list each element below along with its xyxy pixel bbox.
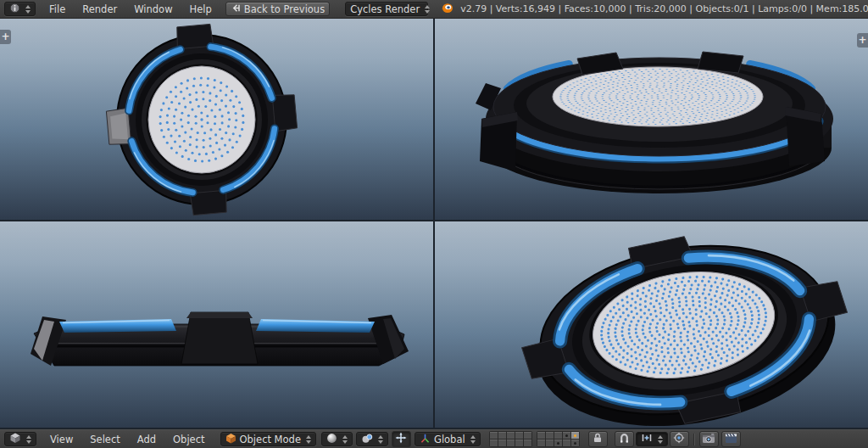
viewport-top-view[interactable] bbox=[0, 19, 433, 220]
active-layer-dot bbox=[574, 434, 576, 437]
layer-cell[interactable] bbox=[554, 440, 562, 446]
render-animation-button[interactable] bbox=[721, 431, 741, 447]
layer-object-dot bbox=[557, 442, 559, 445]
menu-window[interactable]: Window bbox=[125, 0, 181, 19]
stepper-arrows bbox=[26, 435, 31, 444]
scene-stats: v2.79 | Verts:16,949 | Faces:10,000 | Tr… bbox=[460, 3, 868, 14]
orientation-select[interactable]: Global bbox=[415, 432, 481, 446]
layer-cell[interactable] bbox=[563, 432, 570, 439]
scene-disc-front-perspective bbox=[435, 19, 868, 220]
clapperboard-icon bbox=[725, 433, 737, 446]
layer-cell[interactable] bbox=[498, 440, 506, 446]
menu-view[interactable]: View bbox=[42, 430, 81, 448]
layer-cell[interactable] bbox=[537, 432, 545, 439]
viewport-quad: + + bbox=[0, 19, 868, 429]
layer-cell[interactable] bbox=[524, 432, 531, 439]
editor-type-selector[interactable] bbox=[4, 432, 36, 446]
blender-logo-icon bbox=[440, 2, 453, 17]
scene-lock-icon bbox=[592, 432, 604, 446]
snap-target-button[interactable] bbox=[670, 431, 689, 447]
snap-target-icon bbox=[673, 432, 685, 446]
layer-cell[interactable] bbox=[498, 432, 506, 439]
layer-cell[interactable] bbox=[571, 440, 579, 446]
layer-cell[interactable] bbox=[546, 440, 554, 446]
camera-render-icon bbox=[702, 433, 715, 446]
scene-disc-top-view bbox=[0, 19, 433, 220]
snap-element-select[interactable] bbox=[636, 432, 668, 446]
toolshelf-expand-tab[interactable]: + bbox=[0, 30, 11, 44]
layer-cell[interactable] bbox=[571, 432, 579, 439]
scene-disc-side-view bbox=[0, 221, 433, 428]
menu-render[interactable]: Render bbox=[74, 0, 125, 19]
stepper-arrows bbox=[342, 435, 348, 444]
render-opengl-button[interactable] bbox=[699, 431, 719, 447]
snap-toggle[interactable] bbox=[615, 431, 634, 447]
3d-viewport-editor-icon bbox=[9, 432, 21, 446]
translate-manipulator-icon bbox=[395, 432, 407, 446]
menu-file[interactable]: File bbox=[41, 0, 74, 19]
layer-object-dot bbox=[565, 434, 568, 437]
layer-group bbox=[537, 431, 580, 447]
magnet-icon bbox=[619, 433, 630, 446]
layer-cell[interactable] bbox=[515, 432, 523, 439]
object-mode-cube-icon bbox=[225, 433, 236, 446]
menu-object[interactable]: Object bbox=[164, 430, 213, 448]
blender-window: File Render Window Help Back to Previous… bbox=[0, 0, 868, 448]
viewport-side-view[interactable] bbox=[0, 221, 433, 428]
stepper-arrows bbox=[25, 5, 31, 14]
view3d-header: View Select Add Object Object Mode bbox=[0, 429, 868, 448]
stepper-arrows bbox=[470, 435, 476, 444]
stepper-arrows bbox=[378, 435, 383, 444]
layer-cell[interactable] bbox=[515, 440, 523, 446]
menu-select[interactable]: Select bbox=[81, 430, 128, 448]
layer-cell[interactable] bbox=[524, 440, 531, 446]
menu-add[interactable]: Add bbox=[129, 430, 164, 448]
layer-cell[interactable] bbox=[563, 440, 570, 446]
orientation-axis-icon bbox=[420, 433, 431, 446]
layer-cell[interactable] bbox=[537, 440, 545, 446]
render-engine-select[interactable]: Cycles Render bbox=[345, 2, 428, 16]
layer-group bbox=[489, 431, 532, 447]
layer-object-dot bbox=[574, 442, 576, 445]
layer-cell[interactable] bbox=[554, 432, 562, 439]
layer-cell[interactable] bbox=[507, 432, 515, 439]
info-header: File Render Window Help Back to Previous… bbox=[0, 0, 868, 19]
layer-cell[interactable] bbox=[507, 440, 515, 446]
translate-manipulator-toggle[interactable] bbox=[392, 431, 411, 447]
viewport-shading-select[interactable] bbox=[321, 432, 353, 446]
mode-select[interactable]: Object Mode bbox=[220, 432, 316, 446]
viewport-tilted-perspective[interactable] bbox=[435, 221, 868, 428]
stepper-arrows bbox=[425, 5, 430, 14]
editor-type-selector[interactable] bbox=[4, 2, 36, 16]
back-to-previous-button[interactable]: Back to Previous bbox=[225, 2, 330, 16]
layer-cell[interactable] bbox=[546, 432, 554, 439]
pivot-point-select[interactable] bbox=[356, 432, 388, 446]
snap-increment-icon bbox=[641, 432, 653, 446]
info-editor-icon bbox=[9, 3, 20, 16]
viewport-front-perspective[interactable] bbox=[435, 19, 868, 220]
layers-widget[interactable] bbox=[489, 431, 580, 447]
menu-help[interactable]: Help bbox=[181, 0, 220, 19]
divider bbox=[693, 434, 695, 445]
properties-expand-tab[interactable]: + bbox=[857, 33, 868, 48]
stepper-arrows bbox=[306, 435, 311, 444]
layer-cell[interactable] bbox=[490, 440, 498, 446]
back-arrow-icon bbox=[231, 3, 241, 15]
viewport-shading-sphere-icon bbox=[326, 433, 337, 446]
stepper-arrows bbox=[658, 435, 663, 444]
pivot-point-icon bbox=[361, 433, 373, 446]
layer-cell[interactable] bbox=[490, 432, 498, 439]
scene-lock-button[interactable] bbox=[588, 431, 608, 447]
scene-disc-tilted-view bbox=[435, 221, 868, 428]
